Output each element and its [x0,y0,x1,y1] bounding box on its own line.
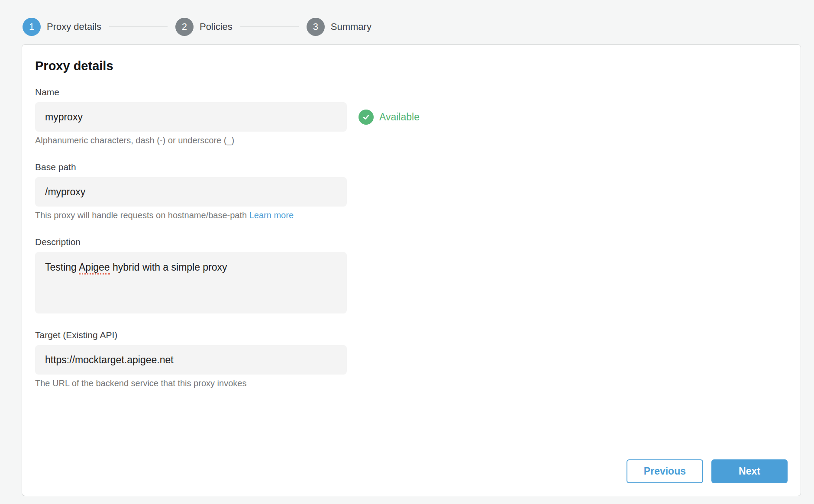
target-input[interactable] [35,345,347,375]
description-field-block: Description Testing Apigee hybrid with a… [35,237,788,313]
description-textarea[interactable]: Testing Apigee hybrid with a simple prox… [35,252,347,313]
step-2-label: Policies [200,21,233,32]
next-button[interactable]: Next [711,459,788,483]
base-path-field-block: Base path This proxy will handle request… [35,162,788,220]
target-label: Target (Existing API) [35,330,788,340]
previous-button[interactable]: Previous [627,459,703,483]
availability-label: Available [379,111,420,123]
step-proxy-details[interactable]: 1 Proxy details [23,18,101,36]
availability-status: Available [359,110,420,125]
wizard-stepper: 1 Proxy details 2 Policies 3 Summary [0,0,814,42]
name-helper-text: Alphanumeric characters, dash (-) or und… [35,136,788,145]
check-circle-icon [359,110,374,125]
step-3-badge: 3 [307,18,325,36]
name-label: Name [35,87,788,97]
name-input[interactable] [35,102,347,132]
step-policies[interactable]: 2 Policies [175,18,233,36]
step-1-label: Proxy details [47,21,101,32]
base-path-helper-label: This proxy will handle requests on hostn… [35,210,247,220]
learn-more-link[interactable]: Learn more [249,210,294,220]
base-path-input[interactable] [35,177,347,207]
step-connector [109,26,168,27]
target-field-block: Target (Existing API) The URL of the bac… [35,330,788,388]
name-field-block: Name Available Alphanumeric characters, … [35,87,788,145]
step-3-label: Summary [331,21,371,32]
base-path-helper-text: This proxy will handle requests on hostn… [35,210,788,220]
wizard-footer: Previous Next [35,459,788,483]
step-2-badge: 2 [175,18,194,36]
target-helper-text: The URL of the backend service that this… [35,378,788,388]
page-title: Proxy details [35,59,788,73]
step-1-badge: 1 [23,18,41,36]
description-label: Description [35,237,788,247]
proxy-details-panel: Proxy details Name Available Alphanumeri… [22,44,801,496]
description-text: Testing Apigee hybrid with a simple prox… [45,262,227,275]
base-path-label: Base path [35,162,788,172]
step-summary[interactable]: 3 Summary [307,18,371,36]
step-connector [240,26,299,27]
